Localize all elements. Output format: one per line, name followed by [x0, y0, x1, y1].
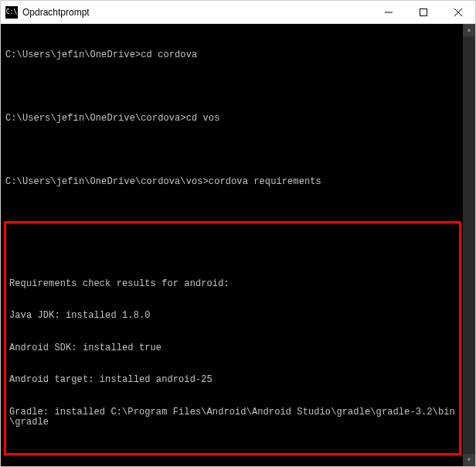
prompt-path: C:\Users\jefin\OneDrive\cordova\vos> — [5, 176, 209, 187]
prompt-line: C:\Users\jefin\OneDrive>cd cordova — [5, 50, 460, 61]
scroll-track[interactable] — [463, 36, 475, 454]
prompt-line: C:\Users\jefin\OneDrive\cordova>cd vos — [5, 114, 460, 124]
terminal-content: C:\Users\jefin\OneDrive>cd cordova C:\Us… — [5, 29, 460, 462]
blank-line — [5, 82, 460, 92]
terminal-scrollbar[interactable]: ▲ ▼ — [463, 24, 475, 466]
window-title: Opdrachtprompt — [22, 7, 371, 18]
prompt-cmd: cd cordova — [141, 49, 197, 60]
android-requirements-highlight: Requirements check results for android: … — [4, 221, 461, 455]
close-button[interactable] — [440, 1, 475, 24]
blank-line — [9, 247, 456, 257]
blank-line — [5, 145, 460, 155]
prompt-cmd: cordova requirements — [209, 176, 321, 187]
minimize-button[interactable] — [371, 1, 406, 24]
maximize-button[interactable] — [406, 1, 440, 24]
scroll-down-button[interactable]: ▼ — [463, 454, 475, 466]
prompt-line: C:\Users\jefin\OneDrive\cordova\vos>cord… — [5, 177, 460, 188]
prompt-cmd: cd vos — [186, 113, 220, 124]
scroll-up-button[interactable]: ▲ — [463, 24, 475, 36]
window-titlebar: C:\ Opdrachtprompt — [1, 1, 475, 24]
output-line: Android target: installed android-25 — [9, 375, 456, 386]
output-line: Requirements check results for android: — [9, 279, 456, 290]
svg-rect-1 — [420, 9, 427, 15]
output-line: Java JDK: installed 1.8.0 — [9, 311, 456, 322]
output-line: Android SDK: installed true — [9, 343, 456, 354]
terminal-body[interactable]: ▲ ▼ C:\Users\jefin\OneDrive>cd cordova C… — [1, 24, 475, 466]
cmd-icon: C:\ — [5, 6, 18, 19]
output-line: Gradle: installed C:\Program Files\Andro… — [9, 407, 456, 429]
prompt-path: C:\Users\jefin\OneDrive\cordova> — [5, 113, 186, 124]
prompt-path: C:\Users\jefin\OneDrive> — [5, 49, 141, 60]
